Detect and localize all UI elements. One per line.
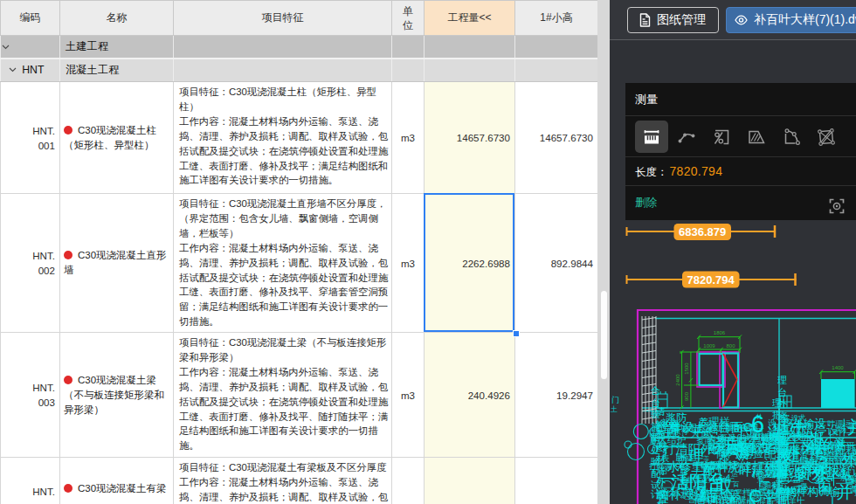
col-header-qty2[interactable]: 1#小高 (515, 1, 598, 36)
svg-text:并: 并 (832, 429, 839, 437)
cell-name[interactable]: C30现浇混凝土柱 （矩形柱、异型柱） (60, 82, 174, 194)
measure-panel: 测量 (625, 83, 856, 220)
measurement-dim-1[interactable]: 6836.879 (626, 224, 776, 240)
red-dot-icon (64, 376, 72, 384)
cell-unit[interactable]: m3 (392, 333, 425, 458)
cell-qty[interactable] (425, 458, 515, 504)
svg-text:输: 输 (656, 418, 666, 429)
cell-name[interactable]: C30现浇混凝土梁 （不与板连接矩形梁和 异形梁） (60, 333, 174, 458)
measure-length-row: 长度：7820.794 (625, 157, 856, 186)
measurement-dim-2[interactable]: 7820.794 (626, 272, 797, 288)
tool-cross-box[interactable] (810, 121, 843, 153)
delete-button[interactable]: 删除 (635, 197, 657, 209)
ruler-icon (641, 127, 662, 148)
capture-icon (829, 198, 845, 214)
cell-qty[interactable]: 240.4926 (425, 333, 515, 458)
cell-feature[interactable]: 项目特征：C30现浇混凝土直形墙不区分厚度， （界定范围：包含女儿墙、飘窗侧墙，… (174, 194, 392, 333)
col-header-code[interactable]: 编码 (1, 1, 60, 36)
drawing-manage-button[interactable]: 图纸管理 (627, 7, 719, 33)
tool-arc-area[interactable] (775, 121, 808, 153)
group-empty-cell (515, 36, 598, 59)
red-dot-icon (64, 484, 72, 493)
cell-unit[interactable]: m3 (392, 82, 425, 194)
cell-feature[interactable]: 项目特征：C30现浇混凝土柱（矩形柱、异型 柱） 工作内容：混凝土材料场内外运输… (174, 82, 392, 194)
tool-ruler[interactable] (635, 121, 668, 153)
cell-qty2[interactable]: 14657.6730 (515, 82, 598, 194)
table-row[interactable]: HNT. 001 C30现浇混凝土柱 （矩形柱、异型柱） 项目特征：C30现浇混… (1, 82, 598, 194)
table-row[interactable]: HNT. C30现浇混凝土有梁 项目特征：C30现浇混凝土有梁板及不区分厚度 工… (1, 458, 598, 504)
svg-text:台: 台 (777, 387, 787, 397)
svg-text:窗: 窗 (780, 413, 790, 424)
svg-text:筑: 筑 (752, 488, 763, 500)
selected-cell-outline[interactable] (424, 193, 514, 332)
table-row[interactable]: HNT. 003 C30现浇混凝土梁 （不与板连接矩形梁和 异形梁） 项目特征：… (1, 333, 598, 458)
col-header-name[interactable]: 名称 (60, 1, 174, 36)
cell-code[interactable]: HNT. 001 (1, 82, 60, 194)
svg-text:外: 外 (656, 477, 666, 487)
group-code: HNT (22, 64, 44, 76)
active-drawing-button[interactable]: 补百叶大样(7)(1).dwg (726, 7, 856, 33)
group-empty-cell (392, 59, 425, 82)
collapse-chevron-icon[interactable] (9, 66, 17, 73)
cell-qty2[interactable]: 19.2947 (515, 333, 598, 458)
cell-unit[interactable] (392, 458, 425, 504)
cad-dim-labels: 1806 1009 800 2400 1500 900 1400 (675, 330, 845, 401)
svg-text:取: 取 (780, 449, 790, 459)
scrollbar-thumb[interactable] (601, 291, 607, 379)
group-row-civil[interactable]: 土建工程 (1, 36, 598, 59)
svg-text:1009: 1009 (703, 343, 715, 349)
svg-text:样: 样 (702, 455, 709, 461)
tool-percent-box[interactable] (705, 121, 738, 153)
col-header-feature[interactable]: 项目特征 (174, 1, 392, 36)
eye-icon (735, 15, 748, 25)
cell-code[interactable]: HNT. (1, 458, 60, 504)
cad-viewer-panel: 图纸管理 补百叶大样(7)(1).dwg (610, 0, 856, 504)
group-empty-cell (425, 59, 515, 82)
locate-capture-button[interactable] (829, 194, 845, 228)
svg-text:泵理: 泵理 (696, 438, 712, 446)
tool-spline[interactable] (670, 121, 703, 153)
cad-annotation-text: 活阳台 (671, 472, 726, 492)
drawing-manage-label: 图纸管理 (657, 12, 706, 28)
cell-feature[interactable]: 项目特征：C30现浇混凝土梁（不与板连接矩形 梁和异形梁） 工作内容：混凝土材料… (174, 333, 392, 458)
collapse-chevron-icon[interactable] (2, 43, 10, 51)
svg-text:修并: 修并 (721, 451, 729, 466)
takeoff-table: 编码 名称 项目特征 单 位 工程量<< 1#小高 土建工程 HNT 混凝土工 (0, 0, 597, 504)
app-window: 编码 名称 项目特征 单 位 工程量<< 1#小高 土建工程 HNT 混凝土工 (0, 0, 856, 504)
cell-qty[interactable]: 14657.6730 (425, 82, 515, 194)
selection-handle[interactable] (513, 330, 520, 337)
cell-qty2[interactable] (515, 458, 598, 504)
cell-name[interactable]: C30现浇混凝土有梁 (60, 458, 174, 504)
group-empty-cell (392, 36, 425, 59)
cad-annotation-text: 窗外 (796, 465, 827, 482)
red-dot-icon (64, 251, 72, 259)
svg-text:900: 900 (684, 391, 689, 401)
col-header-qty[interactable]: 工程量<< (425, 1, 515, 36)
percent-box-icon (711, 127, 732, 148)
vertical-scrollbar[interactable] (597, 0, 610, 504)
svg-text:图: 图 (656, 442, 666, 452)
cad-annotation-text: 置 (657, 491, 669, 504)
col-header-unit[interactable]: 单 位 (392, 1, 425, 36)
cell-unit[interactable]: m3 (392, 194, 425, 333)
cell-code[interactable]: HNT. 003 (1, 333, 60, 458)
cell-name[interactable]: C30现浇混凝土直形 墙 (60, 194, 174, 333)
svg-text:2400: 2400 (675, 374, 680, 386)
cell-feature[interactable]: 项目特征：C30现浇混凝土有梁板及不区分厚度 工作内容：混凝土材料场内外运输、泵… (174, 458, 392, 504)
group-row-concrete[interactable]: HNT 混凝土工程 (1, 59, 598, 82)
svg-text:门: 门 (611, 396, 619, 404)
group-name: 土建工程 (60, 36, 174, 59)
dim-value-1: 6836.879 (679, 225, 726, 238)
cad-toolbar: 图纸管理 补百叶大样(7)(1).dwg (610, 0, 856, 40)
hatched-area-icon (746, 127, 767, 148)
cad-annotation-text: 土 (790, 418, 809, 440)
tool-hatched-area[interactable] (740, 121, 773, 153)
group-empty-cell (174, 36, 392, 59)
measure-footer-row: 删除 (625, 186, 856, 220)
cell-qty2[interactable]: 892.9844 (515, 194, 598, 333)
svg-text:损: 损 (779, 473, 790, 483)
cad-canvas[interactable]: 1806 1009 800 2400 1500 900 1400 (610, 41, 856, 504)
svg-text:运: 运 (731, 470, 738, 478)
cell-code[interactable]: HNT. 002 (1, 194, 60, 333)
svg-text:1400: 1400 (832, 365, 844, 370)
